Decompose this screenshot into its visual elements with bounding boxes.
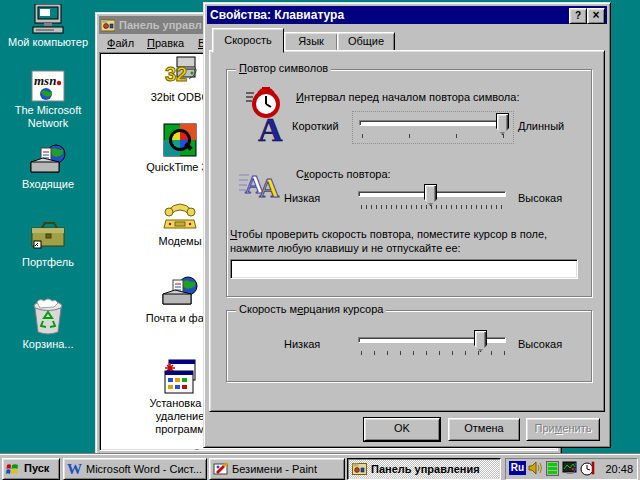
- repeat-test-label-line1: Чтобы проверить скорость повтора, помест…: [230, 228, 547, 240]
- repeat-delay-slider-thumb[interactable]: [496, 113, 509, 135]
- repeat-rate-right-label: Высокая: [518, 192, 562, 204]
- cp-item-globe-icon[interactable]: [180, 448, 214, 451]
- modems-icon: [162, 198, 198, 232]
- mail-fax-icon: [161, 275, 199, 309]
- task-button-paint[interactable]: Безимени - Paint: [209, 458, 345, 480]
- keyboard-layout-indicator[interactable]: Ru: [509, 461, 526, 475]
- inbox-icon: [29, 144, 67, 176]
- repeat-delay-label: Интервал перед началом повтора символа:: [296, 91, 519, 103]
- taskbar: Пуск W Microsoft Word - Сист... Безимени…: [0, 454, 640, 480]
- svg-text:A: A: [259, 172, 280, 201]
- tab-language[interactable]: Язык: [284, 32, 338, 52]
- my-computer-icon: [28, 4, 68, 35]
- desktop-icon-msn[interactable]: msn The Microsoft Network: [2, 70, 94, 136]
- blink-slider-thumb[interactable]: [474, 330, 487, 352]
- quicktime-icon: [163, 123, 197, 157]
- add-remove-programs-icon: [163, 359, 197, 395]
- dialog-title: Свойства: Клавиатура: [210, 8, 344, 22]
- repeat-test-label-line2: нажмите любую клавишу и не отпускайте ее…: [230, 242, 461, 254]
- tray-clock[interactable]: 20:48: [605, 463, 633, 475]
- blink-group-title: Скорость мерцания курсора: [236, 304, 386, 315]
- task-button-word[interactable]: W Microsoft Word - Сист...: [63, 458, 207, 480]
- desktop-icon-briefcase[interactable]: Портфель: [2, 220, 94, 272]
- task-button-label: Безимени - Paint: [232, 463, 340, 475]
- volume-icon[interactable]: [528, 461, 543, 475]
- repeat-rate-slider-ticks: [361, 205, 505, 209]
- msn-icon: msn: [31, 70, 65, 102]
- system-tray: Ru: [505, 458, 638, 480]
- repeat-delay-slider-track[interactable]: [359, 120, 507, 126]
- close-button[interactable]: ×: [587, 8, 605, 24]
- svg-text:A: A: [258, 111, 283, 145]
- blink-slider-ticks: [361, 351, 505, 355]
- recycle-bin-icon: [31, 298, 65, 336]
- cp-item-label: Модемы: [150, 235, 210, 248]
- control-panel-task-icon: [352, 462, 367, 475]
- svg-text:32: 32: [165, 63, 187, 85]
- briefcase-icon: [30, 220, 66, 252]
- repeat-rate-label: Скорость повтора:: [296, 168, 391, 180]
- desktop-icon-inbox[interactable]: Входящие: [2, 144, 94, 196]
- scheduler-clock-icon[interactable]: [580, 461, 595, 476]
- dialog-titlebar[interactable]: Свойства: Клавиатура ? ×: [207, 6, 607, 24]
- ok-button[interactable]: OK: [364, 418, 440, 441]
- task-button-label: Microsoft Word - Сист...: [86, 463, 202, 475]
- svg-text:msn: msn: [34, 73, 56, 88]
- desktop-icon-label: Мой компьютер: [2, 36, 94, 49]
- repeat-rate-left-label: Низкая: [284, 192, 320, 204]
- windows-logo-icon: [6, 462, 22, 476]
- blink-right-label: Высокая: [518, 338, 562, 350]
- apply-button[interactable]: Применить: [526, 418, 600, 441]
- blink-left-label: Низкая: [284, 338, 320, 350]
- start-button-label: Пуск: [24, 462, 49, 474]
- desktop-icon-label: Портфель: [2, 256, 94, 269]
- control-panel-title: Панель управл: [119, 19, 202, 31]
- cancel-button[interactable]: Отмена: [448, 418, 520, 441]
- repeat-delay-slider-ticks: [362, 134, 506, 138]
- repeat-delay-right-label: Длинный: [518, 120, 564, 132]
- keyboard-properties-dialog: Свойства: Клавиатура ? × Скорость Язык О…: [203, 2, 611, 448]
- control-panel-window-icon: [101, 18, 115, 32]
- repeat-delay-left-label: Короткий: [292, 120, 339, 132]
- odbc-icon: 32: [163, 55, 199, 91]
- help-button[interactable]: ?: [569, 8, 587, 24]
- desktop-icon-my-computer[interactable]: Мой компьютер: [2, 4, 94, 52]
- modem-lights-icon[interactable]: [546, 461, 559, 476]
- repeat-delay-icon: A: [244, 87, 290, 145]
- word-icon: W: [67, 461, 83, 476]
- tab-speed[interactable]: Скорость: [212, 28, 284, 53]
- task-button-label: Панель управления: [371, 463, 480, 475]
- repeat-delay-slider[interactable]: [352, 111, 514, 144]
- repeat-group-title: Повтор символов: [236, 63, 331, 74]
- repeat-rate-slider-thumb[interactable]: [424, 184, 437, 206]
- repeat-test-input[interactable]: [230, 259, 578, 279]
- blink-slider[interactable]: [352, 329, 512, 360]
- svg-text:W: W: [67, 461, 82, 476]
- menu-file[interactable]: Файл: [107, 34, 134, 52]
- desktop-icon-label: Корзина...: [2, 338, 94, 351]
- menu-edit[interactable]: Правка: [147, 34, 184, 52]
- desktop-icon-label: Входящие: [2, 178, 94, 191]
- repeat-rate-icon: A A: [237, 167, 281, 201]
- system-monitor-icon[interactable]: [562, 461, 578, 476]
- task-button-control-panel[interactable]: Панель управления: [347, 458, 501, 480]
- desktop-icon-recycle-bin[interactable]: Корзина...: [2, 298, 94, 354]
- repeat-rate-slider[interactable]: [352, 183, 512, 214]
- start-button[interactable]: Пуск: [2, 458, 60, 480]
- tab-general[interactable]: Общие: [337, 32, 395, 52]
- paint-icon: [213, 461, 229, 476]
- desktop-icon-label: The Microsoft Network: [8, 104, 88, 130]
- screen: Мой компьютер msn The Microsoft Network: [0, 0, 640, 480]
